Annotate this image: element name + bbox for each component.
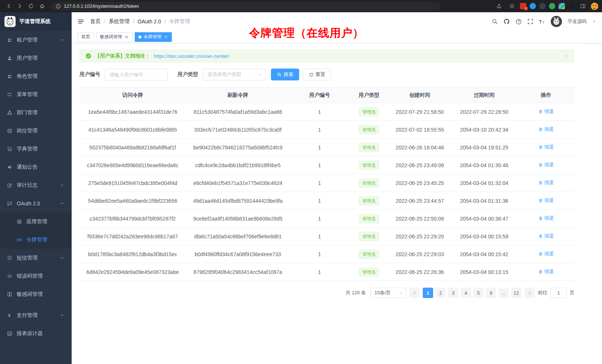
user-id-cell: 1 (290, 156, 349, 174)
sidebar: 芋道管理系统 租户管理 用户管理 角色管理 菜单管理 部门管理 岗位管理 (0, 12, 72, 364)
reset-button[interactable]: 重置 (303, 69, 331, 80)
font-size-icon[interactable]: TT (539, 19, 545, 25)
sidebar-item-menu[interactable]: 菜单管理 (0, 85, 72, 103)
sidebar-item-sms[interactable]: 短信管理 (0, 249, 72, 267)
force-logout-button[interactable]: 强退 (538, 179, 554, 186)
page-button[interactable]: 1 (423, 288, 433, 298)
fullscreen-icon[interactable] (527, 19, 533, 24)
force-logout-button[interactable]: 强退 (538, 126, 554, 133)
force-logout-label: 强退 (544, 233, 554, 239)
more-pages-button[interactable]: ... (498, 288, 509, 298)
sidebar-item-audit-log[interactable]: 审计日志 (0, 176, 72, 194)
sidebar-item-oauth2-token[interactable]: 令牌管理 (0, 231, 72, 249)
actions-cell: 强退 (518, 228, 575, 245)
forward-icon[interactable] (15, 1, 24, 11)
sidebar-item-oauth2[interactable]: OAuth 2.0 (0, 194, 72, 212)
goto-page-input[interactable] (550, 288, 567, 298)
extension-icon-blue[interactable] (530, 3, 536, 9)
tab-close-icon[interactable] (124, 35, 129, 39)
page-button[interactable]: 4 (461, 288, 471, 298)
page-button[interactable]: 2 (435, 288, 446, 298)
force-logout-button[interactable]: 强退 (538, 162, 554, 168)
access-token-cell: 1ea5e44f8bc1467aaede43144f31de76 (79, 103, 186, 121)
share-icon[interactable] (494, 1, 504, 11)
force-logout-button[interactable]: 强退 (538, 144, 554, 150)
sidebar-item-dict[interactable]: 字典管理 (0, 140, 72, 158)
breadcrumb-item[interactable]: 令牌管理 (169, 18, 190, 25)
prev-page-button[interactable] (409, 288, 420, 298)
sidebar-item-dept[interactable]: 部门管理 (0, 103, 72, 122)
user-type-cell: 管理员 (349, 174, 389, 192)
extension-icon-green[interactable] (549, 3, 555, 9)
chevron-down-icon (59, 38, 65, 42)
search-icon[interactable] (492, 19, 498, 24)
breadcrumb-item[interactable]: 首页 (90, 18, 101, 25)
user-id-input[interactable] (105, 69, 168, 80)
sidebar-item-tenant[interactable]: 租户管理 (0, 31, 72, 49)
expire-time-cell: 2054-03-04 19:51:25 (451, 139, 517, 156)
force-logout-button[interactable]: 强退 (538, 233, 554, 239)
sidebar-item-user[interactable]: 用户管理 (0, 49, 72, 67)
address-bar[interactable]: 127.0.0.1:1024/system/oauth2/token (51, 2, 441, 11)
side-panel-icon[interactable] (578, 1, 588, 11)
sidebar-item-role[interactable]: 角色管理 (0, 67, 72, 85)
reset-button-label: 重置 (315, 71, 325, 78)
user-type-cell: 管理员 (349, 103, 389, 121)
back-icon[interactable] (4, 1, 13, 11)
user-avatar[interactable] (551, 16, 562, 27)
alert-close-icon[interactable] (564, 54, 569, 58)
expire-time-cell: 2054-03-04 01:35:48 (451, 156, 517, 174)
force-logout-button[interactable]: 强退 (538, 197, 554, 204)
access-token-cell: 6d842e2924594de9a09e45e087323abe (79, 263, 186, 281)
search-button[interactable]: 搜索 (271, 69, 299, 80)
page-button[interactable]: 6 (486, 288, 496, 298)
page-button[interactable]: 3 (448, 288, 458, 298)
extension-icon-multicolor[interactable] (559, 3, 565, 9)
browser-profile-avatar[interactable] (591, 3, 598, 10)
breadcrumb-item[interactable]: 系统管理 (109, 18, 130, 25)
extension-icon-black[interactable] (568, 3, 575, 9)
sidebar-item-notice[interactable]: 通知公告 (0, 158, 72, 176)
page-button[interactable]: 5 (473, 288, 484, 298)
sidebar-item-report-designer[interactable]: 报表设计器 (0, 324, 72, 343)
sidebar-item-oauth2-app[interactable]: 应用管理 (0, 212, 72, 231)
sidebar-item-sensitive-word[interactable]: 敏感词管理 (0, 285, 72, 303)
force-logout-button[interactable]: 强退 (538, 268, 554, 275)
tab-close-icon[interactable] (164, 35, 168, 39)
tab-token[interactable]: 令牌管理 (135, 32, 172, 42)
breadcrumb: 首页/系统管理/OAuth 2.0/令牌管理 (90, 18, 190, 25)
page-content: 【用户体系】文档地址： https://doc.iocoder.cn/user-… (72, 43, 582, 304)
sidebar-collapse-icon[interactable] (78, 18, 84, 25)
force-logout-label: 强退 (544, 251, 554, 257)
navbar-tools: TT 芋道源码 (492, 16, 596, 27)
tab-home[interactable]: 首页 (78, 32, 94, 42)
site-info-icon[interactable] (56, 4, 61, 9)
user-type-select[interactable]: 请选择用户类型 (203, 69, 266, 80)
extension-icon-red[interactable]: 0 (520, 3, 526, 9)
sidebar-item-post[interactable]: 岗位管理 (0, 122, 72, 140)
github-icon[interactable] (503, 18, 510, 25)
page-size-select[interactable]: 10条/页 (370, 288, 406, 298)
force-logout-button[interactable]: 强退 (538, 215, 554, 222)
sidebar-item-label: 菜单管理 (17, 91, 37, 98)
page-button[interactable]: 12 (511, 288, 521, 298)
bookmark-star-icon[interactable] (507, 1, 517, 11)
force-logout-button[interactable]: 强退 (538, 108, 554, 115)
help-icon[interactable] (516, 19, 522, 25)
caret-down-icon[interactable] (592, 20, 596, 23)
page-unit-label: 页 (570, 289, 575, 296)
force-logout-button[interactable]: 强退 (538, 251, 554, 257)
home-icon[interactable] (37, 1, 47, 11)
user-name[interactable]: 芋道源码 (567, 18, 587, 25)
extension-icon-dark[interactable] (539, 3, 546, 9)
breadcrumb-item[interactable]: OAuth 2.0 (138, 19, 161, 24)
user-type-cell: 管理员 (349, 245, 389, 263)
reload-icon[interactable] (26, 1, 36, 11)
created-time-cell: 2022-06-25 23:45:25 (389, 174, 451, 192)
refresh-token-cell: b0df4980ffd34c67a08f9156e4eee733 (186, 245, 290, 263)
next-page-button[interactable] (524, 288, 535, 298)
sidebar-item-error-code[interactable]: 错误码管理 (0, 267, 72, 285)
tab-sensitive-word[interactable]: 敏感词管理 (96, 32, 132, 42)
doc-link[interactable]: https://doc.iocoder.cn/user-center/ (154, 53, 229, 59)
sidebar-item-pay[interactable]: ¥ 支付管理 (0, 306, 72, 324)
